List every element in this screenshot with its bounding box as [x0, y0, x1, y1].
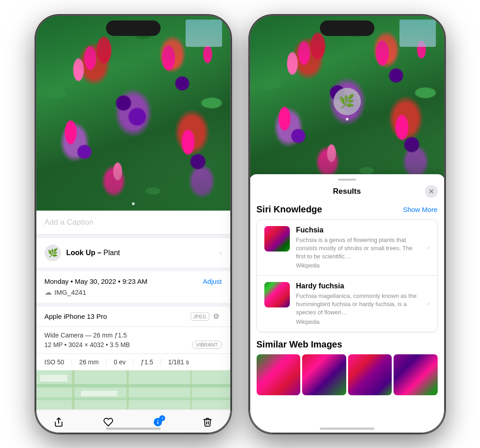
- results-sheet: Results ✕ Siri Knowledge Show More Fuchs…: [249, 174, 445, 433]
- device-section: Apple iPhone 13 Pro JPEG ⚙ Wide Camera —…: [35, 307, 231, 370]
- ev-value: 0 ev: [114, 358, 133, 366]
- sheet-title: Results: [333, 187, 361, 196]
- close-button[interactable]: ✕: [425, 185, 438, 198]
- cloud-icon: ☁: [45, 288, 52, 297]
- fuchsia-chevron-icon: ›: [427, 243, 429, 252]
- caption-placeholder[interactable]: Add a Caption: [45, 218, 94, 227]
- gear-icon[interactable]: ⚙: [213, 312, 222, 321]
- svg-rect-3: [72, 370, 75, 416]
- photo-date: Monday • May 30, 2022 • 9:23 AM: [45, 277, 147, 285]
- visual-lookup-dot: [346, 118, 349, 121]
- fuchsia-item[interactable]: Fuchsia Fuchsia is a genus of flowering …: [257, 220, 437, 276]
- map-svg: [35, 370, 231, 416]
- fuchsia-description: Fuchsia is a genus of flowering plants t…: [296, 236, 419, 261]
- device-name: Apple iPhone 13 Pro: [45, 312, 107, 320]
- fuchsia-source: Wikipedia: [296, 262, 419, 269]
- jpeg-badge: JPEG: [191, 312, 209, 321]
- fuchsia-name: Fuchsia: [296, 226, 419, 234]
- hardy-fuchsia-thumbnail: [264, 282, 290, 307]
- svg-rect-4: [126, 370, 129, 416]
- delete-button[interactable]: [202, 417, 212, 430]
- sheet-content: Siri Knowledge Show More Fuchsia Fuchsia…: [249, 201, 445, 429]
- lookup-row[interactable]: 🌿 Look Up – Plant ›: [35, 238, 231, 267]
- svg-rect-2: [35, 398, 231, 400]
- lookup-chevron-icon: ›: [220, 249, 222, 257]
- dynamic-island: [106, 20, 161, 36]
- share-button[interactable]: [54, 417, 64, 430]
- filename: IMG_4241: [55, 288, 86, 296]
- sheet-handle: [338, 179, 356, 181]
- vibrant-badge: VIBRANT: [192, 341, 222, 349]
- bottom-toolbar: i: [35, 409, 231, 433]
- svg-rect-7: [81, 391, 117, 396]
- hardy-chevron-icon: ›: [427, 299, 429, 307]
- date-row: Monday • May 30, 2022 • 9:23 AM Adjust: [45, 277, 222, 285]
- focal-length: 26 mm: [79, 358, 106, 366]
- iso-value: ISO 50: [45, 358, 72, 366]
- lookup-label: Look Up – Plant: [66, 249, 120, 257]
- info-badge: i: [159, 415, 165, 421]
- similar-image-2[interactable]: [302, 354, 346, 395]
- svg-rect-5: [190, 370, 192, 416]
- camera-specs: Wide Camera — 26 mm ƒ1.5 12 MP • 3024 × …: [35, 327, 231, 354]
- home-indicator-right: [320, 428, 374, 430]
- similar-image-4[interactable]: [394, 354, 438, 395]
- hardy-fuchsia-info: Hardy fuchsia Fuchsia magellanica, commo…: [296, 282, 419, 325]
- similar-image-1[interactable]: [257, 354, 301, 395]
- hardy-fuchsia-description: Fuchsia magellanica, commonly known as t…: [296, 292, 419, 317]
- sky-peek-right: [399, 20, 436, 47]
- caption-area[interactable]: Add a Caption: [35, 211, 231, 235]
- fuchsia-info: Fuchsia Fuchsia is a genus of flowering …: [296, 226, 419, 269]
- sky-background: [186, 20, 222, 47]
- similar-title: Similar Web Images: [257, 339, 438, 350]
- knowledge-card: Fuchsia Fuchsia is a genus of flowering …: [257, 219, 438, 332]
- photo-display-right[interactable]: 🌿: [249, 15, 445, 188]
- visual-lookup-button[interactable]: 🌿: [333, 88, 361, 115]
- similar-section: Similar Web Images: [257, 339, 438, 395]
- sheet-header: Results ✕: [249, 184, 445, 201]
- siri-knowledge-header: Siri Knowledge Show More: [257, 204, 438, 215]
- specs-line2: 12 MP • 3024 × 4032 • 3.5 MB VIBRANT: [45, 341, 222, 349]
- page-indicator: [132, 202, 135, 205]
- aperture-value: ƒ1.5: [141, 358, 161, 366]
- specs-size: 12 MP • 3024 × 4032 • 3.5 MB: [45, 341, 130, 348]
- exif-row: ISO 50 26 mm 0 ev ƒ1.5 1/181 s: [35, 354, 231, 370]
- device-row: Apple iPhone 13 Pro JPEG ⚙: [35, 307, 231, 327]
- left-screen: Add a Caption 🌿 Look Up – Plant › Monday…: [35, 15, 231, 433]
- siri-knowledge-title: Siri Knowledge: [257, 204, 322, 215]
- svg-rect-6: [40, 375, 67, 382]
- similar-images-grid: [257, 354, 438, 395]
- svg-rect-1: [35, 384, 231, 388]
- badge-row: JPEG ⚙: [191, 312, 222, 321]
- show-more-button[interactable]: Show More: [403, 206, 438, 213]
- metadata-section: Monday • May 30, 2022 • 9:23 AM Adjust ☁…: [35, 271, 231, 303]
- photo-display[interactable]: [35, 15, 231, 211]
- filename-row: ☁ IMG_4241: [45, 288, 222, 297]
- adjust-button[interactable]: Adjust: [203, 277, 222, 285]
- shutter-value: 1/181 s: [168, 358, 189, 366]
- info-panel: Add a Caption 🌿 Look Up – Plant › Monday…: [35, 211, 231, 416]
- hardy-fuchsia-name: Hardy fuchsia: [296, 282, 419, 290]
- map-preview[interactable]: [35, 370, 231, 416]
- left-phone: Add a Caption 🌿 Look Up – Plant › Monday…: [35, 15, 231, 433]
- dynamic-island-right: [320, 20, 374, 36]
- hardy-fuchsia-item[interactable]: Hardy fuchsia Fuchsia magellanica, commo…: [257, 276, 437, 332]
- right-screen: 🌿 Results ✕ Siri Knowledge Show More: [249, 15, 445, 433]
- fuchsia-thumbnail: [264, 226, 290, 252]
- similar-image-3[interactable]: [348, 354, 392, 395]
- hardy-fuchsia-source: Wikipedia: [296, 319, 419, 325]
- right-phone: 🌿 Results ✕ Siri Knowledge Show More: [249, 15, 445, 433]
- specs-line1: Wide Camera — 26 mm ƒ1.5: [45, 332, 222, 339]
- leaf-icon: 🌿: [45, 245, 61, 261]
- home-indicator: [106, 428, 161, 430]
